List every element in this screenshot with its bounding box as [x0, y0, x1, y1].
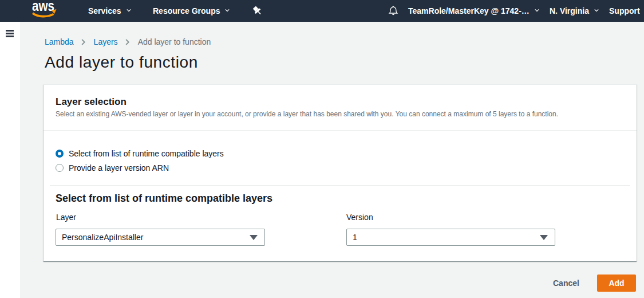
svg-text:aws: aws — [32, 1, 54, 14]
